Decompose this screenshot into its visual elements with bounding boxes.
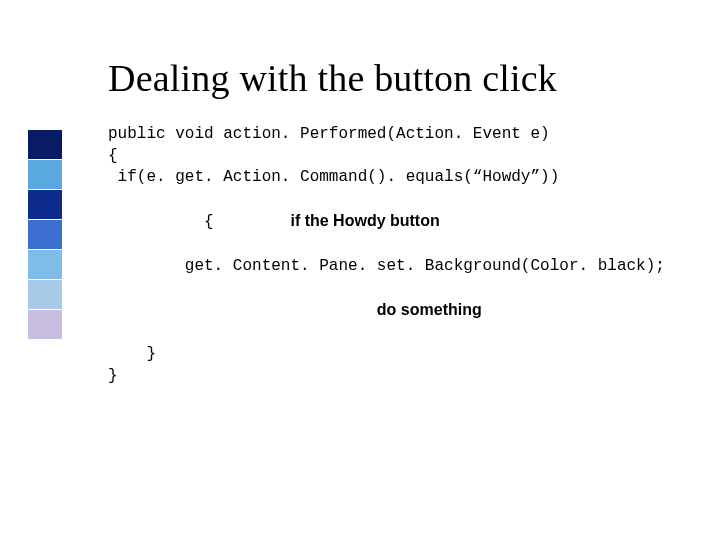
sidebar-tile — [28, 310, 62, 339]
code-line: { if the Howdy button — [108, 189, 698, 256]
sidebar-tile — [28, 160, 62, 189]
sidebar-tile — [28, 250, 62, 279]
slide-title: Dealing with the button click — [108, 56, 557, 100]
code-line: } — [108, 344, 698, 366]
code-comment: do something — [377, 301, 482, 318]
sidebar-tile — [28, 220, 62, 249]
slide: Dealing with the button click public voi… — [0, 0, 720, 540]
code-brace: { — [166, 213, 214, 231]
sidebar-tile — [28, 190, 62, 219]
code-line: if(e. get. Action. Command(). equals(“Ho… — [108, 167, 698, 189]
code-line: do something — [108, 277, 698, 344]
code-line: } — [108, 366, 698, 388]
sidebar-tile — [28, 130, 62, 159]
code-block: public void action. Performed(Action. Ev… — [108, 124, 698, 387]
code-line: get. Content. Pane. set. Background(Colo… — [108, 256, 698, 278]
code-comment: if the Howdy button — [290, 212, 439, 229]
decorative-sidebar — [28, 130, 62, 339]
code-line: { — [108, 146, 698, 168]
code-line: public void action. Performed(Action. Ev… — [108, 124, 698, 146]
sidebar-tile — [28, 280, 62, 309]
